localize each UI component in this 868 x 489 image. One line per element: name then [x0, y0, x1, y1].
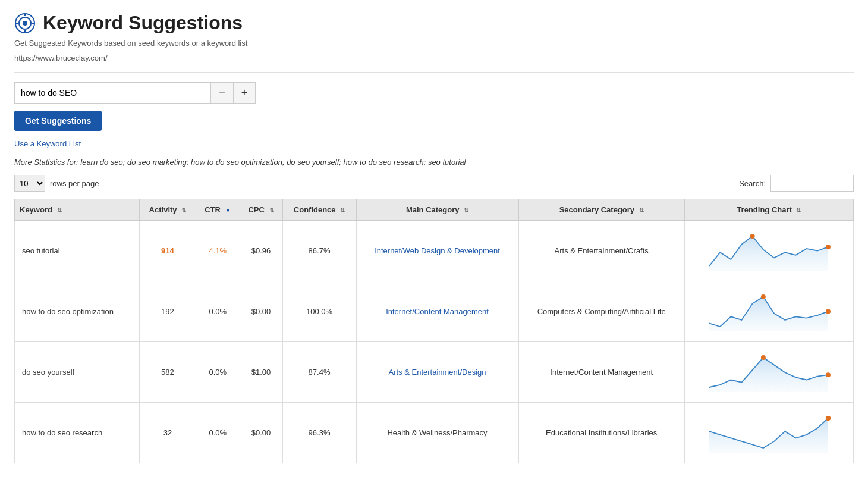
cell-cpc: $1.00: [240, 342, 282, 403]
cell-activity: 32: [139, 403, 196, 463]
cell-activity: 582: [139, 342, 196, 403]
col-activity[interactable]: Activity ⇅: [139, 199, 196, 221]
search-input[interactable]: [770, 175, 854, 192]
svg-point-2: [23, 21, 27, 26]
col-confidence[interactable]: Confidence ⇅: [282, 199, 356, 221]
cell-main-category: Internet/Web Design & Development: [356, 221, 518, 281]
search-area: Search:: [739, 175, 854, 192]
keywords-table: Keyword ⇅ Activity ⇅ CTR ▼ CPC ⇅ Confide…: [14, 199, 854, 463]
main-category-link[interactable]: Arts & Entertainment/Design: [388, 368, 486, 377]
page-url: https://www.bruceclay.com/: [14, 54, 854, 62]
cell-secondary-category: Arts & Entertainment/Crafts: [518, 221, 684, 281]
cell-main-category: Internet/Content Management: [356, 281, 518, 342]
cell-ctr: 0.0%: [196, 342, 240, 403]
rows-per-page-label: rows per page: [50, 179, 99, 188]
divider: [14, 72, 854, 73]
svg-point-7: [750, 234, 755, 239]
main-cat-sort-icon: ⇅: [464, 207, 468, 214]
table-header-row: Keyword ⇅ Activity ⇅ CTR ▼ CPC ⇅ Confide…: [15, 199, 854, 221]
get-suggestions-button[interactable]: Get Suggestions: [14, 111, 102, 131]
cell-ctr: 0.0%: [196, 403, 240, 463]
svg-point-14: [826, 416, 831, 421]
cell-ctr: 4.1%: [196, 221, 240, 281]
table-controls: 10 25 50 100 rows per page Search:: [14, 175, 854, 192]
more-stats-keywords: learn do seo; do seo marketing; how to d…: [80, 158, 466, 167]
cell-keyword: how to do seo research: [15, 403, 140, 463]
add-keyword-button[interactable]: +: [233, 82, 256, 104]
page-subtitle: Get Suggested Keywords based on seed key…: [14, 39, 854, 48]
cell-main-category: Health & Wellness/Pharmacy: [356, 403, 518, 463]
cell-secondary-category: Internet/Content Management: [518, 342, 684, 403]
cell-confidence: 87.4%: [282, 342, 356, 403]
cell-secondary-category: Computers & Computing/Artificial Life: [518, 281, 684, 342]
col-main-category[interactable]: Main Category ⇅: [356, 199, 518, 221]
col-trending-chart: Trending Chart ⇅: [684, 199, 853, 221]
more-stats: More Statistics for: learn do seo; do se…: [14, 158, 854, 167]
page-title: Keyword Suggestions: [43, 12, 243, 34]
cell-trending-chart: [684, 281, 853, 342]
col-keyword[interactable]: Keyword ⇅: [15, 199, 140, 221]
more-stats-prefix: More Statistics for:: [14, 158, 78, 167]
cell-trending-chart: [684, 342, 853, 403]
main-category-link[interactable]: Internet/Web Design & Development: [375, 246, 500, 255]
cell-activity: 192: [139, 281, 196, 342]
svg-point-8: [826, 244, 831, 249]
table-row: how to do seo optimization 192 0.0% $0.0…: [15, 281, 854, 342]
cell-cpc: $0.00: [240, 281, 282, 342]
table-row: seo tutorial 914 4.1% $0.96 86.7% Intern…: [15, 221, 854, 281]
cell-cpc: $0.96: [240, 221, 282, 281]
sec-cat-sort-icon: ⇅: [639, 207, 644, 214]
cell-trending-chart: [684, 221, 853, 281]
keyword-input-row: − +: [14, 82, 854, 104]
cell-confidence: 86.7%: [282, 221, 356, 281]
trend-sort-icon: ⇅: [796, 207, 801, 214]
cell-keyword: do seo yourself: [15, 342, 140, 403]
activity-sort-icon: ⇅: [181, 207, 186, 214]
table-row: do seo yourself 582 0.0% $1.00 87.4% Art…: [15, 342, 854, 403]
svg-point-11: [761, 355, 766, 360]
cell-cpc: $0.00: [240, 403, 282, 463]
cell-main-category: Arts & Entertainment/Design: [356, 342, 518, 403]
svg-point-12: [826, 372, 831, 377]
page-header: Keyword Suggestions: [14, 12, 854, 34]
cell-confidence: 100.0%: [282, 281, 356, 342]
cell-trending-chart: [684, 403, 853, 463]
svg-point-9: [761, 294, 766, 299]
cell-activity: 914: [139, 221, 196, 281]
col-ctr[interactable]: CTR ▼: [196, 199, 240, 221]
col-cpc[interactable]: CPC ⇅: [240, 199, 282, 221]
keyword-input[interactable]: [14, 82, 210, 104]
main-category-link[interactable]: Internet/Content Management: [386, 307, 489, 316]
confidence-sort-icon: ⇅: [340, 207, 345, 214]
keyword-sort-icon: ⇅: [57, 207, 62, 214]
table-row: how to do seo research 32 0.0% $0.00 96.…: [15, 403, 854, 463]
rows-per-page-select[interactable]: 10 25 50 100: [14, 175, 45, 192]
col-secondary-category[interactable]: Secondary Category ⇅: [518, 199, 684, 221]
cell-keyword: seo tutorial: [15, 221, 140, 281]
keyword-icon: [14, 12, 36, 34]
rows-per-page-control: 10 25 50 100 rows per page: [14, 175, 99, 192]
cell-confidence: 96.3%: [282, 403, 356, 463]
cell-ctr: 0.0%: [196, 281, 240, 342]
search-label: Search:: [739, 179, 766, 188]
cell-secondary-category: Educational Institutions/Libraries: [518, 403, 684, 463]
ctr-sort-icon: ▼: [225, 207, 231, 214]
cell-keyword: how to do seo optimization: [15, 281, 140, 342]
svg-point-10: [826, 309, 831, 314]
keyword-list-link[interactable]: Use a Keyword List: [14, 139, 854, 148]
remove-keyword-button[interactable]: −: [210, 82, 233, 104]
cpc-sort-icon: ⇅: [269, 207, 274, 214]
